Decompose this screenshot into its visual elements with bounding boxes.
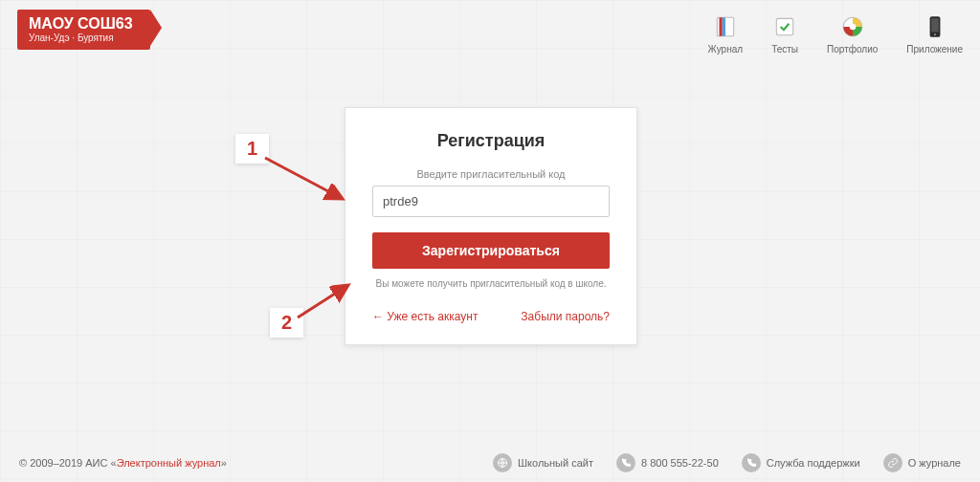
annotation-number-2: 2 [270, 308, 303, 338]
footer-school-site[interactable]: Школьный сайт [493, 453, 593, 472]
invite-code-hint: Введите пригласительный код [372, 168, 610, 180]
svg-point-5 [849, 24, 856, 31]
brand-title: МАОУ СОШ63 [29, 15, 133, 33]
panel-heading: Регистрация [372, 131, 610, 151]
copyright-suffix: » [221, 457, 227, 469]
nav-tests[interactable]: Тесты [771, 13, 798, 55]
footer-support[interactable]: Служба поддержки [742, 453, 860, 472]
top-nav: Журнал Тесты Портфолио Приложение [708, 13, 963, 55]
register-button[interactable]: Зарегистрироваться [372, 232, 610, 269]
nav-portfolio-label: Портфолио [827, 44, 878, 55]
brand-ribbon[interactable]: МАОУ СОШ63 Улан-Удэ · Бурятия [17, 10, 150, 50]
copyright-prefix: © 2009–2019 АИС « [19, 457, 117, 469]
panel-links: ← Уже есть аккаунт Забыли пароль? [372, 310, 610, 323]
footer-about-label: О журнале [908, 457, 961, 469]
footer-school-site-label: Школьный сайт [518, 457, 593, 469]
svg-rect-1 [719, 17, 722, 36]
nav-journal[interactable]: Журнал [708, 13, 744, 55]
svg-line-10 [298, 285, 348, 318]
forgot-password-link[interactable]: Забыли пароль? [521, 310, 610, 323]
annotation-arrow-1 [260, 153, 356, 210]
nav-tests-label: Тесты [771, 44, 798, 55]
nav-app[interactable]: Приложение [906, 13, 963, 55]
footer-copyright: © 2009–2019 АИС «Электронный журнал» [19, 457, 227, 469]
globe-icon [493, 453, 512, 472]
invite-code-input[interactable] [372, 186, 610, 217]
footer-links: Школьный сайт 8 800 555-22-50 Служба под… [493, 453, 961, 472]
copyright-link[interactable]: Электронный журнал [117, 457, 221, 469]
invite-code-note: Вы можете получить пригласительный код в… [372, 278, 610, 289]
nav-app-label: Приложение [906, 44, 963, 55]
phone-small-icon [616, 453, 635, 472]
nav-journal-label: Журнал [708, 44, 744, 55]
svg-rect-2 [723, 17, 725, 36]
portfolio-icon [839, 13, 866, 40]
svg-rect-7 [931, 18, 939, 32]
nav-portfolio[interactable]: Портфолио [827, 13, 878, 55]
svg-line-9 [265, 158, 343, 199]
tests-icon [771, 13, 798, 40]
footer-support-label: Служба поддержки [767, 457, 860, 469]
svg-rect-3 [776, 18, 792, 34]
support-icon [742, 453, 761, 472]
annotation-number-1: 1 [235, 134, 269, 164]
phone-icon [922, 13, 948, 40]
footer-phone-label: 8 800 555-22-50 [641, 457, 719, 469]
already-have-account-link[interactable]: ← Уже есть аккаунт [372, 310, 478, 323]
footer-phone[interactable]: 8 800 555-22-50 [616, 453, 719, 472]
registration-panel: Регистрация Введите пригласительный код … [345, 107, 637, 345]
journal-icon [712, 13, 739, 40]
brand-subtitle: Улан-Удэ · Бурятия [29, 33, 133, 44]
footer-about[interactable]: О журнале [883, 453, 961, 472]
svg-point-8 [934, 33, 936, 35]
link-icon [883, 453, 902, 472]
footer: © 2009–2019 АИС «Электронный журнал» Шко… [0, 453, 980, 472]
